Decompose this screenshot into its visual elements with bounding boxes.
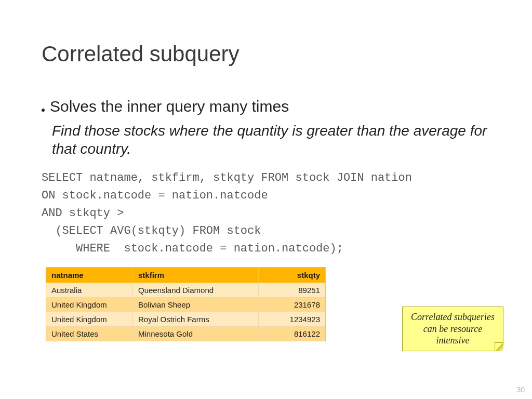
table-row: United States Minnesota Gold 816122: [46, 327, 325, 341]
table-row: United Kingdom Bolivian Sheep 231678: [46, 298, 325, 312]
sticky-note-text: Correlated subqueries can be resource in…: [407, 311, 499, 347]
slide: Correlated subquery Solves the inner que…: [0, 0, 532, 399]
page-fold-icon: [495, 342, 503, 351]
cell-natname: United Kingdom: [46, 312, 132, 327]
sql-code: SELECT natname, stkfirm, stkqty FROM sto…: [42, 169, 490, 258]
cell-stkfirm: Royal Ostrich Farms: [132, 312, 258, 327]
bullet-dot-icon: [42, 109, 45, 112]
sticky-note: Correlated subqueries can be resource in…: [402, 307, 503, 351]
result-table: natname stkfirm stkqty Australia Queensl…: [46, 267, 326, 341]
table-header-row: natname stkfirm stkqty: [46, 268, 325, 283]
cell-stkqty: 1234923: [258, 312, 325, 327]
bullet-text: Solves the inner query many times: [50, 98, 289, 115]
cell-natname: Australia: [46, 283, 132, 298]
cell-natname: United States: [46, 327, 132, 341]
col-stkfirm: stkfirm: [132, 268, 258, 283]
cell-stkqty: 231678: [258, 298, 325, 312]
table-row: United Kingdom Royal Ostrich Farms 12349…: [46, 312, 325, 327]
cell-stkfirm: Minnesota Gold: [132, 327, 258, 341]
slide-title: Correlated subquery: [42, 42, 490, 66]
cell-stkfirm: Bolivian Sheep: [132, 298, 258, 312]
cell-stkqty: 816122: [258, 327, 325, 341]
page-number: 30: [516, 385, 525, 394]
bullet-item: Solves the inner query many times: [42, 98, 490, 115]
problem-statement: Find those stocks where the quantity is …: [52, 122, 490, 158]
cell-stkfirm: Queensland Diamond: [132, 283, 258, 298]
col-natname: natname: [46, 268, 132, 283]
col-stkqty: stkqty: [258, 268, 325, 283]
cell-natname: United Kingdom: [46, 298, 132, 312]
table-row: Australia Queensland Diamond 89251: [46, 283, 325, 298]
cell-stkqty: 89251: [258, 283, 325, 298]
